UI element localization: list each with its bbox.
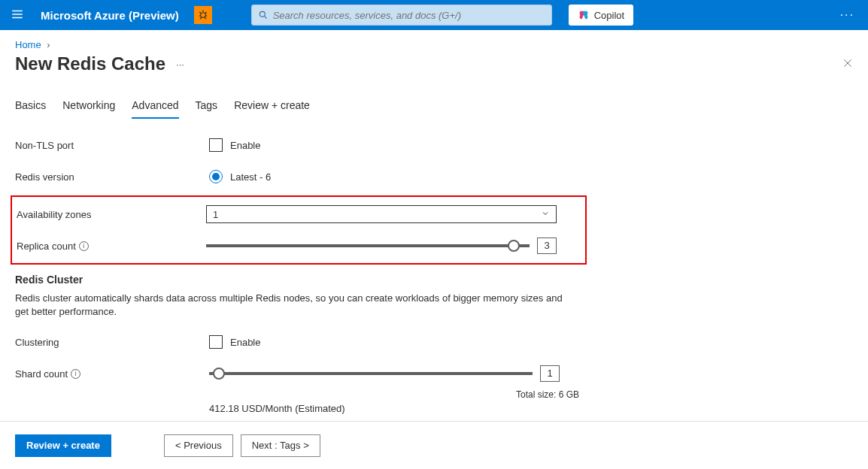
tab-networking[interactable]: Networking	[62, 96, 115, 119]
footer: Review + create < Previous Next : Tags >	[0, 421, 868, 469]
row-shard-count: Shard count i 1	[15, 362, 594, 385]
chevron-right-icon: ›	[47, 39, 50, 50]
label-redis-version: Redis version	[15, 171, 209, 183]
label-replica-count: Replica count i	[12, 241, 206, 252]
previous-button[interactable]: < Previous	[164, 434, 233, 457]
svg-line-5	[199, 12, 201, 14]
label-shard-count-text: Shard count	[15, 368, 68, 380]
svg-line-8	[205, 16, 207, 17]
tab-advanced[interactable]: Advanced	[132, 96, 178, 119]
info-icon-shard[interactable]: i	[71, 369, 80, 379]
select-availability-zones-value: 1	[213, 209, 218, 220]
slider-replica[interactable]	[206, 244, 530, 247]
input-shard-value[interactable]: 1	[540, 365, 560, 382]
slider-shard[interactable]	[209, 372, 533, 375]
row-non-tls: Non-TLS port Enable	[15, 134, 594, 156]
content-scroll[interactable]: Basics Networking Advanced Tags Review +…	[0, 83, 868, 421]
title-more-icon[interactable]: ···	[176, 59, 184, 70]
close-icon[interactable]	[842, 58, 853, 71]
checkbox-non-tls[interactable]	[209, 138, 223, 152]
tab-basics[interactable]: Basics	[15, 96, 46, 119]
copilot-button[interactable]: Copilot	[569, 5, 633, 26]
next-button[interactable]: Next : Tags >	[241, 434, 320, 457]
search-input-wrap[interactable]	[251, 5, 552, 26]
label-price: 412.18 USD/Month (Estimated)	[209, 403, 594, 414]
svg-line-6	[205, 12, 206, 14]
label-shard-count: Shard count i	[15, 368, 209, 380]
label-availability-zones: Availability zones	[12, 209, 206, 220]
breadcrumb: Home ›	[0, 30, 868, 53]
svg-line-12	[264, 16, 266, 18]
section-desc-cluster: Redis cluster automatically shards data …	[15, 292, 572, 319]
more-icon[interactable]: ···	[834, 8, 860, 22]
tab-review[interactable]: Review + create	[234, 96, 310, 119]
row-redis-version: Redis version Latest - 6	[15, 165, 594, 188]
checkbox-clustering-label: Enable	[230, 337, 260, 348]
checkbox-non-tls-label: Enable	[230, 140, 260, 151]
search-icon	[258, 10, 269, 20]
form: Non-TLS port Enable Redis version Latest…	[15, 134, 594, 421]
label-replica-count-text: Replica count	[17, 241, 76, 252]
review-create-button[interactable]: Review + create	[15, 434, 111, 457]
highlight-box: Availability zones 1 Replica count i	[11, 195, 587, 265]
radio-redis-latest-label: Latest - 6	[230, 171, 271, 183]
tab-tags[interactable]: Tags	[196, 96, 218, 119]
label-clustering: Clustering	[15, 337, 209, 348]
label-total-size: Total size: 6 GB	[15, 389, 579, 400]
section-title-cluster: Redis Cluster	[15, 274, 594, 286]
label-non-tls: Non-TLS port	[15, 140, 209, 151]
row-availability-zones: Availability zones 1	[12, 203, 582, 225]
row-clustering: Clustering Enable	[15, 331, 594, 353]
input-replica-value[interactable]: 3	[537, 238, 557, 254]
search-input[interactable]	[273, 10, 545, 21]
slider-shard-thumb[interactable]	[213, 368, 225, 380]
top-bar: Microsoft Azure (Preview) Copilot ···	[0, 0, 868, 30]
select-availability-zones[interactable]: 1	[206, 205, 557, 223]
menu-icon[interactable]	[8, 5, 27, 26]
info-icon[interactable]: i	[79, 241, 89, 251]
svg-line-7	[199, 16, 200, 17]
copilot-label: Copilot	[594, 10, 624, 21]
svg-line-9	[200, 17, 202, 20]
bug-icon[interactable]	[194, 6, 212, 24]
checkbox-clustering[interactable]	[209, 335, 223, 349]
svg-line-10	[205, 17, 206, 20]
page-title: New Redis Cache	[15, 53, 165, 74]
radio-redis-latest[interactable]	[209, 170, 223, 183]
title-row: New Redis Cache ···	[0, 53, 868, 79]
copilot-icon	[578, 9, 590, 21]
svg-point-11	[259, 11, 265, 17]
chevron-down-icon	[541, 209, 550, 220]
brand-title[interactable]: Microsoft Azure (Preview)	[41, 9, 179, 22]
breadcrumb-home[interactable]: Home	[15, 39, 41, 50]
row-replica-count: Replica count i 3	[12, 234, 582, 257]
slider-replica-thumb[interactable]	[508, 240, 520, 252]
tabs: Basics Networking Advanced Tags Review +…	[15, 96, 853, 119]
